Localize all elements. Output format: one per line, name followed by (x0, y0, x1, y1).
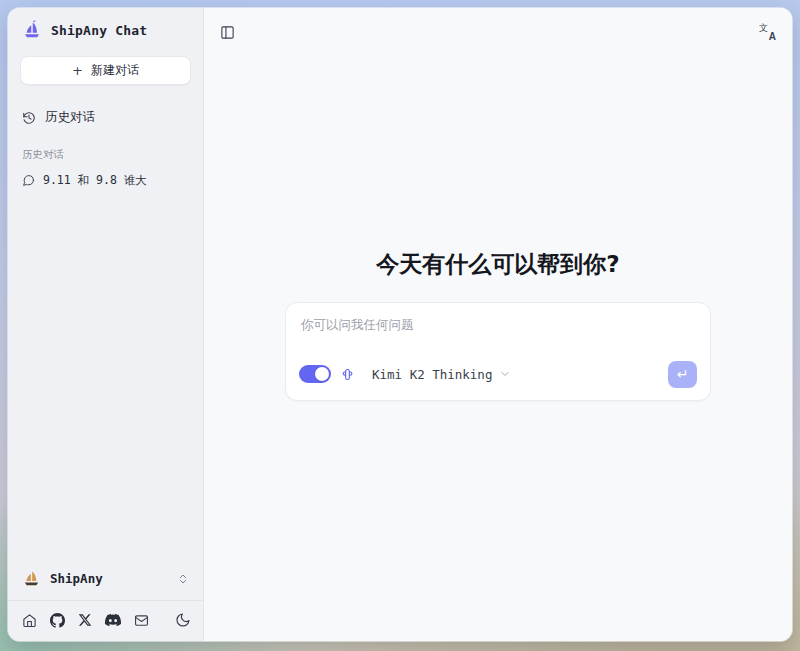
brain-icon (340, 367, 355, 382)
history-list-item[interactable]: 9.11 和 9.8 谁大 (8, 166, 203, 195)
greeting-heading: 今天有什么可以帮到你? (376, 249, 619, 280)
chevrons-up-down-icon (177, 573, 189, 585)
translate-icon: 文 A (759, 23, 777, 41)
model-label: Kimi K2 Thinking (372, 367, 492, 382)
sidebar-toggle-button[interactable] (220, 25, 235, 40)
github-icon (50, 613, 65, 628)
sidebar-item-history[interactable]: 历史对话 (8, 101, 203, 134)
email-link[interactable] (134, 613, 149, 628)
send-button[interactable]: ↵ (668, 361, 697, 388)
sidebar-footer-links (8, 600, 203, 641)
discord-icon (105, 612, 121, 628)
x-twitter-link[interactable] (78, 613, 92, 627)
history-item-label: 9.11 和 9.8 谁大 (43, 173, 147, 188)
moon-icon (175, 612, 191, 628)
discord-link[interactable] (105, 612, 121, 628)
sailboat-footer-icon (22, 569, 41, 588)
app-window: ShipAny Chat + 新建对话 历史对话 历史对话 9.11 和 9.8… (8, 8, 792, 641)
composer-toolbar: Kimi K2 Thinking ↵ (299, 361, 697, 388)
sidebar: ShipAny Chat + 新建对话 历史对话 历史对话 9.11 和 9.8… (8, 8, 204, 641)
sidebar-spacer (8, 195, 203, 557)
message-input[interactable] (299, 315, 697, 351)
sailboat-logo-icon (22, 20, 42, 40)
new-chat-label: 新建对话 (91, 62, 139, 79)
x-icon (78, 613, 92, 627)
chevron-down-icon (499, 368, 511, 380)
thinking-toggle[interactable] (299, 365, 331, 383)
history-nav-label: 历史对话 (45, 109, 95, 126)
panel-left-icon (220, 25, 235, 40)
theme-toggle-button[interactable] (175, 612, 191, 628)
workspace-name: ShipAny (50, 571, 103, 586)
history-icon (22, 111, 36, 125)
brand: ShipAny Chat (8, 8, 203, 48)
plus-icon: + (72, 64, 83, 77)
home-link[interactable] (22, 613, 37, 628)
app-title: ShipAny Chat (51, 23, 147, 38)
history-section-label: 历史对话 (8, 134, 203, 166)
mail-icon (134, 613, 149, 628)
workspace-switcher[interactable]: ShipAny (8, 557, 203, 600)
enter-arrow-icon: ↵ (677, 367, 689, 381)
main-area: 文 A 今天有什么可以帮到你? Kimi K2 Thin (204, 8, 792, 641)
new-chat-button[interactable]: + 新建对话 (20, 56, 191, 85)
model-selector[interactable]: Kimi K2 Thinking (372, 367, 511, 382)
github-link[interactable] (50, 613, 65, 628)
language-switcher-button[interactable]: 文 A (758, 22, 778, 42)
chat-bubble-icon (22, 174, 35, 187)
toggle-knob (315, 367, 329, 381)
home-icon (22, 613, 37, 628)
composer-card: Kimi K2 Thinking ↵ (285, 302, 711, 401)
